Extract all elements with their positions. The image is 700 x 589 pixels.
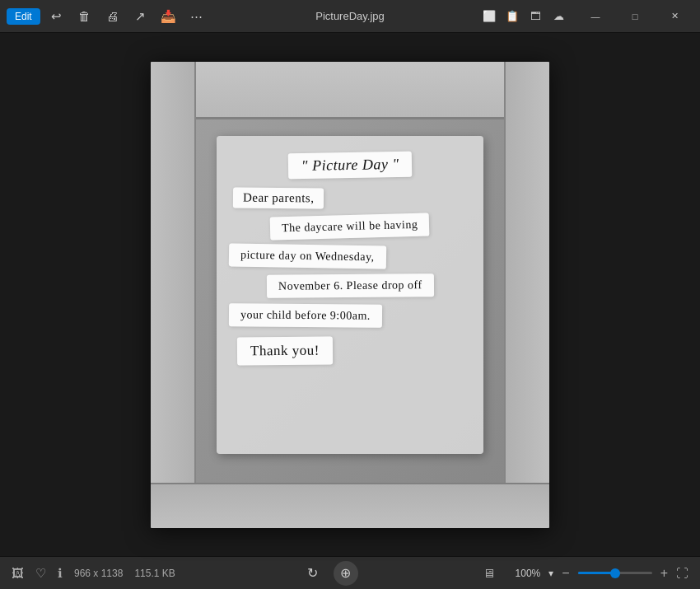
fullscreen-button[interactable]: ⛶ bbox=[676, 566, 688, 580]
edit-button[interactable]: Edit bbox=[7, 8, 40, 25]
titlebar-right: ⬜ 📋 🗔 ☁ — □ ✕ bbox=[481, 3, 693, 30]
statusbar: 🖼 ♡ ℹ 966 x 1138 115.1 KB ↻ ⊕ 🖥 100% ▾ −… bbox=[0, 556, 700, 589]
status-left: 🖼 ♡ ℹ 966 x 1138 115.1 KB bbox=[12, 566, 175, 581]
zoom-slider-fill bbox=[578, 572, 615, 574]
thankyou-strip: Thank you! bbox=[237, 336, 333, 365]
zoom-label: 100% bbox=[503, 568, 540, 579]
minimize-button[interactable]: — bbox=[576, 3, 614, 30]
zoom-in-button[interactable]: + bbox=[660, 566, 668, 581]
main-content: " Picture Day " Dear parents, The daycar… bbox=[0, 33, 700, 556]
share-icon[interactable]: ↗ bbox=[129, 5, 152, 28]
window-title: PictureDay.jpg bbox=[315, 10, 385, 22]
notice-paper: " Picture Day " Dear parents, The daycar… bbox=[217, 136, 483, 454]
titlebar-left: Edit ↩ 🗑 🖨 ↗ 📥 ⋯ bbox=[7, 5, 208, 28]
tray-icon-1[interactable]: ⬜ bbox=[481, 8, 497, 25]
dimensions-text: 966 x 1138 bbox=[74, 568, 123, 579]
save-icon[interactable]: 📥 bbox=[157, 5, 180, 28]
dimensions-label: 966 x 1138 bbox=[74, 568, 123, 579]
zoom-out-button[interactable]: − bbox=[562, 566, 569, 581]
titlebar: Edit ↩ 🗑 🖨 ↗ 📥 ⋯ PictureDay.jpg ⬜ 📋 🗔 ☁ … bbox=[0, 0, 700, 33]
door-top-rail bbox=[151, 62, 549, 119]
tray-icon-2[interactable]: 📋 bbox=[504, 8, 520, 25]
body-strip-3: November 6. Please drop off bbox=[267, 273, 434, 298]
zoom-slider[interactable] bbox=[578, 572, 652, 574]
maximize-button[interactable]: □ bbox=[616, 3, 654, 30]
close-button[interactable]: ✕ bbox=[656, 3, 693, 30]
tray-icon-4[interactable]: ☁ bbox=[550, 8, 567, 25]
display-icon[interactable]: 🖥 bbox=[483, 566, 495, 580]
print-icon[interactable]: 🖨 bbox=[101, 5, 124, 28]
dear-strip: Dear parents, bbox=[233, 187, 324, 208]
tray-icon-3[interactable]: 🗔 bbox=[527, 8, 544, 25]
door-left-stile bbox=[151, 62, 196, 528]
info-icon[interactable]: ℹ bbox=[58, 566, 63, 581]
filesize-text: 115.1 KB bbox=[134, 568, 175, 579]
favorite-icon[interactable]: ♡ bbox=[35, 566, 46, 581]
image-icon[interactable]: 🖼 bbox=[12, 566, 24, 580]
undo-icon[interactable]: ↩ bbox=[45, 5, 68, 28]
rotate-icon[interactable]: ↻ bbox=[301, 561, 325, 586]
tray-icons: ⬜ 📋 🗔 ☁ bbox=[481, 8, 567, 25]
body-strip-2: picture day on Wednesday, bbox=[229, 243, 386, 269]
more-icon[interactable]: ⋯ bbox=[185, 5, 208, 28]
status-right: 🖥 100% ▾ − + ⛶ bbox=[483, 566, 688, 581]
door-bottom-rail bbox=[151, 483, 549, 528]
status-center: ↻ ⊕ bbox=[301, 561, 358, 586]
delete-icon[interactable]: 🗑 bbox=[73, 5, 96, 28]
image-frame: " Picture Day " Dear parents, The daycar… bbox=[151, 62, 549, 528]
door-right-stile bbox=[504, 62, 549, 528]
door-background: " Picture Day " Dear parents, The daycar… bbox=[151, 62, 549, 528]
title-strip: " Picture Day " bbox=[288, 151, 413, 179]
body-strip-1: The daycare will be having bbox=[270, 213, 430, 240]
zoom-dropdown[interactable]: ▾ bbox=[548, 568, 553, 579]
body-strip-4: your child before 9:00am. bbox=[229, 303, 382, 328]
crop-icon[interactable]: ⊕ bbox=[334, 561, 358, 586]
zoom-slider-thumb[interactable] bbox=[610, 568, 620, 578]
